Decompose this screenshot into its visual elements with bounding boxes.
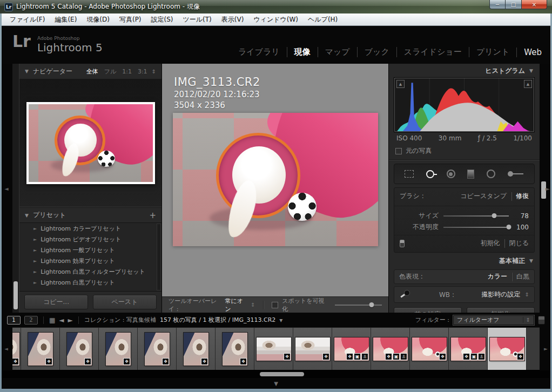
filmstrip-thumbnail[interactable]: ❖	[21, 328, 60, 370]
disclosure-triangle-icon[interactable]: ▼	[25, 69, 29, 74]
slider-thumb[interactable]	[369, 302, 374, 307]
collapse-filmstrip-icon[interactable]: ▼	[274, 381, 278, 387]
histogram[interactable]: ▲ ▲	[394, 78, 534, 132]
wb-value[interactable]: 撮影時の設定	[481, 290, 520, 299]
go-back-icon[interactable]: ◄	[59, 316, 64, 324]
filmstrip-scroll-right-icon[interactable]: ►	[544, 346, 548, 352]
filmstrip-thumbnail[interactable]: ❖	[254, 328, 293, 370]
size-value[interactable]: 78	[514, 212, 529, 220]
original-photo-checkbox[interactable]	[395, 148, 402, 154]
spot-removal-tool-icon[interactable]	[426, 170, 434, 178]
module-tab[interactable]: ブック	[357, 47, 396, 57]
filmstrip-thumbnail[interactable]: ❖▣±	[371, 328, 410, 370]
thumbnail-image[interactable]: ❖	[28, 333, 53, 366]
module-tab[interactable]: プリント	[469, 47, 516, 57]
image-canvas[interactable]: IMG_3113.CR2 2012/02/20 12:16:23 3504 x …	[162, 64, 388, 313]
highlight-clipping-icon[interactable]: ▲	[524, 80, 532, 88]
module-tab[interactable]: ライブラリ	[231, 47, 287, 57]
presets-header[interactable]: ▼ プリセット +	[19, 207, 161, 222]
disclosure-triangle-icon[interactable]: ▼	[25, 213, 29, 218]
red-eye-tool-icon[interactable]	[447, 170, 455, 178]
filmstrip-scrollbar[interactable]	[2, 370, 550, 378]
navigator-header[interactable]: ▼ ナビゲーター 全体フル1:13:1 ⇕	[19, 64, 161, 79]
disclosure-triangle-icon[interactable]: ▼	[529, 68, 533, 73]
preset-group-item[interactable]: Lightroom 効果プリセット	[19, 255, 161, 266]
copy-button[interactable]: コピー...	[24, 295, 88, 309]
tool-reset-button[interactable]: 初期化	[480, 239, 500, 248]
maximize-button[interactable]: □	[506, 0, 522, 9]
filter-toggle-switch[interactable]	[538, 316, 545, 325]
grid-view-icon[interactable]: ▦	[49, 316, 55, 324]
disclosure-triangle-icon[interactable]: ▼	[529, 258, 533, 263]
navigator-thumbnail[interactable]	[26, 102, 155, 184]
add-preset-icon[interactable]: +	[149, 211, 156, 220]
thumbnail-image[interactable]: ❖▣±	[451, 337, 486, 361]
filmstrip-scrollbar-thumb[interactable]	[260, 372, 304, 376]
basic-panel-header[interactable]: 基本補正 ▼	[389, 254, 540, 268]
thumbnail-image[interactable]: ❖	[412, 337, 447, 361]
reset-button[interactable]: 初期化	[467, 307, 535, 313]
histogram-header[interactable]: ヒストグラム ▼	[389, 64, 540, 78]
left-panel-scrollbar[interactable]	[12, 64, 19, 313]
navigator-preview[interactable]	[19, 79, 161, 207]
size-slider[interactable]	[443, 215, 509, 217]
close-button[interactable]: ×	[522, 0, 547, 9]
clone-option[interactable]: コピースタンプ	[460, 192, 507, 201]
preset-group-item[interactable]: Lightroom カラープリセット	[19, 223, 161, 234]
title-bar[interactable]: Lr Lightroom 5 Catalog - Adobe Photoshop…	[0, 0, 552, 13]
white-balance-dropper-icon[interactable]	[399, 289, 411, 300]
collapse-left-panel-icon[interactable]: ◄	[4, 185, 9, 191]
color-option[interactable]: カラー	[487, 272, 507, 281]
tool-overlay-stepper-icon[interactable]: ⇕	[251, 302, 255, 308]
filmstrip-thumbnail[interactable]: ❖	[60, 328, 99, 370]
filmstrip-thumbnail[interactable]: ❖▣±	[332, 328, 371, 370]
filmstrip-thumbnail[interactable]: ❖	[12, 328, 21, 370]
thumbnail-image[interactable]: ❖	[67, 333, 92, 366]
radial-filter-tool-icon[interactable]	[487, 170, 495, 178]
filmstrip-thumbnail[interactable]: ❖	[488, 328, 527, 370]
thumbnail-image[interactable]: ❖▣±	[334, 337, 369, 361]
menu-item[interactable]: ウィンドウ(W)	[248, 13, 303, 26]
slider-thumb[interactable]	[507, 225, 511, 229]
menu-item[interactable]: 編集(E)	[50, 13, 82, 26]
preset-group-item[interactable]: Lightroom 白黒フィルタープリセット	[19, 266, 161, 277]
tool-overlay-value[interactable]: 常にオン	[225, 297, 247, 313]
previous-settings-button[interactable]: 前の設定	[394, 307, 462, 313]
menu-item[interactable]: 設定(S)	[146, 13, 178, 26]
shadow-clipping-icon[interactable]: ▲	[396, 80, 405, 88]
thumbnail-image[interactable]: ❖	[490, 337, 524, 361]
menu-item[interactable]: ツール(T)	[178, 13, 217, 26]
zoom-option[interactable]: フル	[104, 67, 117, 76]
thumbnail-image[interactable]: ❖	[184, 333, 208, 366]
filmstrip-thumbnail[interactable]: ❖	[410, 328, 449, 370]
thumbnail-image[interactable]: ❖	[223, 333, 247, 366]
zoom-option[interactable]: 3:1	[138, 68, 147, 75]
collapse-right-panel-icon[interactable]: ►	[546, 185, 550, 191]
thumbnail-image[interactable]: ❖▣±	[373, 337, 408, 361]
crop-tool-icon[interactable]	[405, 170, 414, 178]
module-tab[interactable]: スライドショー	[396, 47, 469, 57]
minimize-button[interactable]: −	[489, 0, 506, 9]
thumbnail-image[interactable]: ❖	[12, 333, 19, 366]
black-white-option[interactable]: 白黒	[516, 272, 529, 281]
module-tab[interactable]: Web	[516, 48, 542, 57]
adjustment-brush-tool-icon[interactable]	[508, 170, 524, 178]
filmstrip-thumbnail[interactable]: ❖	[138, 328, 177, 370]
menu-item[interactable]: ヘルプ(H)	[303, 13, 342, 26]
paste-button[interactable]: ペースト	[93, 295, 157, 309]
visualize-spots-slider[interactable]	[335, 305, 382, 306]
thumbnail-image[interactable]: ❖	[295, 337, 330, 361]
visualize-spots-checkbox[interactable]	[272, 302, 278, 308]
menu-item[interactable]: 現像(D)	[82, 13, 115, 26]
opacity-value[interactable]: 100	[514, 224, 529, 231]
zoom-stepper-icon[interactable]: ⇕	[152, 69, 156, 75]
preset-list-scrollbar[interactable]	[157, 224, 161, 290]
zoom-option[interactable]: 全体	[86, 67, 98, 76]
left-scrollbar-thumb[interactable]	[14, 281, 18, 309]
preset-group-item[interactable]: Lightroom ビデオプリセット	[19, 234, 161, 245]
filmstrip-thumbnail[interactable]: ❖	[293, 328, 332, 370]
main-window-button[interactable]: 1	[7, 316, 21, 325]
filmstrip-thumbnail[interactable]: ❖▣±	[449, 328, 488, 370]
filmstrip-thumbnail[interactable]: ❖	[216, 328, 254, 370]
filmstrip-scroll-left-icon[interactable]: ◄	[4, 346, 8, 352]
